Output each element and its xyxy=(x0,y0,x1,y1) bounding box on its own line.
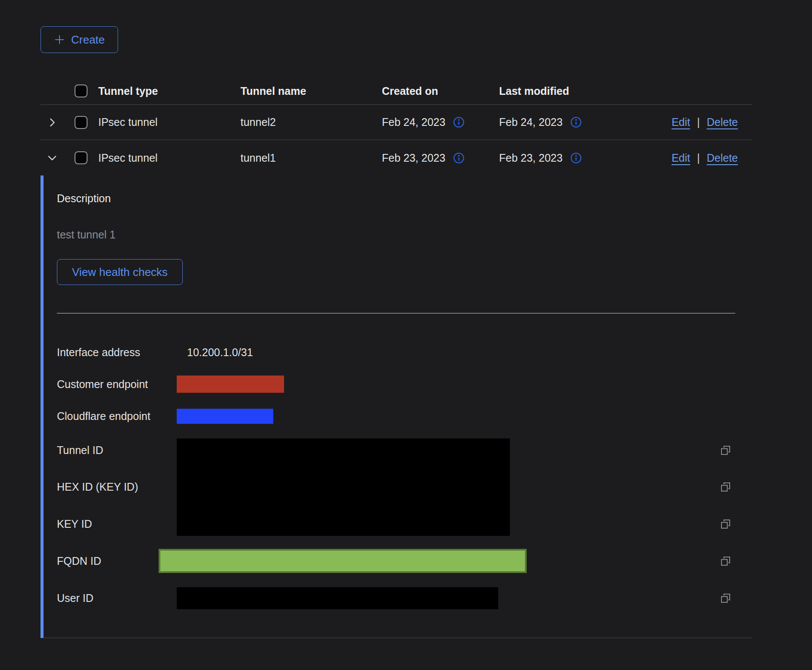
fqdn-id-row: FQDN ID xyxy=(57,542,752,579)
interface-address-label: Interface address xyxy=(57,346,177,359)
user-id-value-redacted xyxy=(177,587,498,609)
copy-icon[interactable] xyxy=(720,445,731,456)
actions-separator: | xyxy=(697,152,700,164)
created-on-value: Feb 23, 2023 xyxy=(382,152,445,164)
info-icon[interactable] xyxy=(453,116,465,128)
fqdn-id-copy-cell xyxy=(720,555,752,567)
tunnel-id-label: Tunnel ID xyxy=(57,444,177,457)
detail-fields: Interface address 10.200.1.0/31 Customer… xyxy=(57,336,752,617)
copy-icon[interactable] xyxy=(720,592,731,604)
view-health-checks-button[interactable]: View health checks xyxy=(57,259,183,285)
created-on-cell: Feb 23, 2023 xyxy=(382,152,499,164)
create-button[interactable]: Create xyxy=(41,26,118,53)
hex-id-label: HEX ID (KEY ID) xyxy=(57,481,177,493)
cloudflare-endpoint-label: Cloudflare endpoint xyxy=(57,410,177,423)
row-checkbox-cell xyxy=(64,151,98,164)
tunnel-type-cell: IPsec tunnel xyxy=(98,152,240,164)
create-button-label: Create xyxy=(71,33,105,47)
description-label: Description xyxy=(57,192,752,205)
row-actions-cell: Edit | Delete xyxy=(620,152,752,164)
key-id-label: KEY ID xyxy=(57,518,177,530)
row-checkbox[interactable] xyxy=(75,116,87,129)
user-id-copy-cell xyxy=(720,592,752,604)
row-expander-cell xyxy=(41,116,64,128)
table-row: IPsec tunnel tunnel1 Feb 23, 2023 Feb 23… xyxy=(41,140,752,175)
last-modified-value: Feb 24, 2023 xyxy=(499,116,562,128)
user-id-row: User ID xyxy=(57,579,752,617)
created-on-value: Feb 24, 2023 xyxy=(382,116,445,128)
tunnel-name-cell: tunnel1 xyxy=(240,152,382,164)
hex-id-copy-cell xyxy=(720,481,752,493)
copy-icon[interactable] xyxy=(720,518,731,530)
tunnels-page: Create Tunnel type Tunnel name Created o… xyxy=(0,0,812,638)
interface-address-row: Interface address 10.200.1.0/31 xyxy=(57,336,752,368)
fqdn-id-value-redacted xyxy=(159,549,527,573)
copy-icon[interactable] xyxy=(720,481,731,493)
description-value: test tunnel 1 xyxy=(57,228,752,241)
chevron-down-icon[interactable] xyxy=(46,152,58,164)
copy-icon[interactable] xyxy=(720,555,731,567)
info-icon[interactable] xyxy=(570,116,582,128)
table-header-row: Tunnel type Tunnel name Created on Last … xyxy=(41,78,752,105)
detail-divider xyxy=(57,313,735,313)
delete-link[interactable]: Delete xyxy=(707,152,738,164)
tunnel-id-copy-cell xyxy=(720,445,752,456)
tunnel-name-cell: tunnel2 xyxy=(240,116,382,128)
last-modified-cell: Feb 24, 2023 xyxy=(499,116,620,128)
customer-endpoint-row: Customer endpoint xyxy=(57,368,752,400)
row-checkbox[interactable] xyxy=(75,151,87,164)
customer-endpoint-value-redacted xyxy=(177,376,284,393)
tunnels-table: Tunnel type Tunnel name Created on Last … xyxy=(41,78,752,638)
row-actions-cell: Edit | Delete xyxy=(620,116,752,128)
col-header-tunnel-name: Tunnel name xyxy=(240,85,382,97)
info-icon[interactable] xyxy=(453,152,465,164)
interface-address-value: 10.200.1.0/31 xyxy=(177,346,253,359)
key-id-copy-cell xyxy=(720,518,752,530)
header-checkbox-cell xyxy=(64,85,98,97)
tunnel-type-cell: IPsec tunnel xyxy=(98,116,240,128)
customer-endpoint-label: Customer endpoint xyxy=(57,378,177,391)
info-icon[interactable] xyxy=(570,152,582,164)
col-header-tunnel-type: Tunnel type xyxy=(98,85,240,97)
col-header-last-modified: Last modified xyxy=(499,85,620,97)
select-all-checkbox[interactable] xyxy=(75,85,87,97)
cloudflare-endpoint-row: Cloudflare endpoint xyxy=(57,400,752,432)
row-expander-cell xyxy=(41,152,64,164)
ids-value-redacted xyxy=(177,438,510,536)
tunnel-detail-panel: Description test tunnel 1 View health ch… xyxy=(41,175,752,638)
edit-link[interactable]: Edit xyxy=(671,116,690,128)
user-id-label: User ID xyxy=(57,592,177,604)
row-checkbox-cell xyxy=(64,116,98,129)
cloudflare-endpoint-value-redacted xyxy=(177,409,273,424)
created-on-cell: Feb 24, 2023 xyxy=(382,116,499,128)
last-modified-value: Feb 23, 2023 xyxy=(499,152,562,164)
col-header-created-on: Created on xyxy=(382,85,499,97)
edit-link[interactable]: Edit xyxy=(671,152,690,164)
delete-link[interactable]: Delete xyxy=(707,116,738,128)
plus-icon xyxy=(54,34,65,45)
actions-separator: | xyxy=(697,116,700,128)
tunnel-ids-block: Tunnel ID HEX ID (KEY ID) KEY ID xyxy=(57,432,752,542)
last-modified-cell: Feb 23, 2023 xyxy=(499,152,620,164)
table-row: IPsec tunnel tunnel2 Feb 24, 2023 Feb 24… xyxy=(41,105,752,140)
chevron-right-icon[interactable] xyxy=(46,116,58,128)
